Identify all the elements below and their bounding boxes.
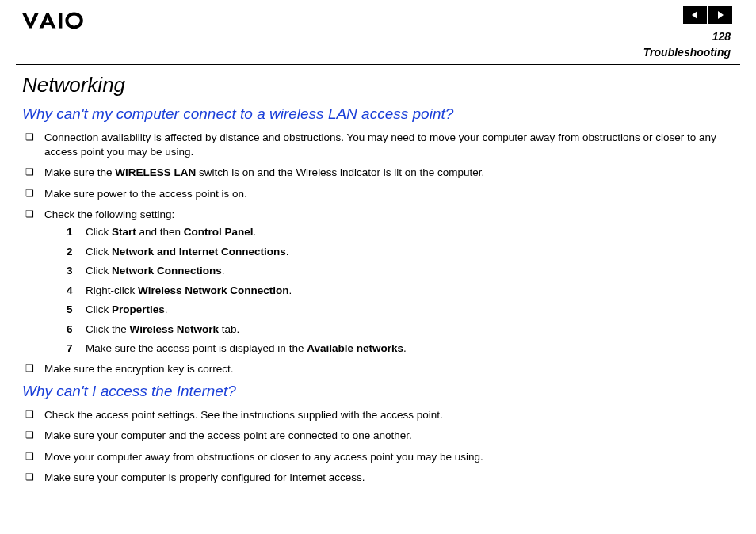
bold-text: Available networks bbox=[307, 342, 403, 354]
vaio-logo bbox=[22, 11, 98, 30]
step-number: 4 bbox=[67, 284, 73, 298]
text: switch is on and the Wireless indicator … bbox=[196, 166, 484, 178]
list-item: Check the following setting: 1Click Star… bbox=[22, 208, 734, 356]
list-item: Connection availability is affected by d… bbox=[22, 131, 734, 159]
text: . bbox=[288, 284, 292, 296]
step-item: 6Click the Wireless Network tab. bbox=[67, 322, 734, 337]
numbered-steps: 1Click Start and then Control Panel. 2Cl… bbox=[67, 225, 734, 356]
bullet-list-q2: Check the access point settings. See the… bbox=[22, 408, 734, 485]
text: . bbox=[403, 342, 407, 354]
bold-text: Network Connections bbox=[112, 265, 222, 277]
text: . bbox=[165, 303, 168, 315]
nav-buttons bbox=[683, 6, 732, 24]
text: Click bbox=[86, 226, 112, 238]
step-item: 3Click Network Connections. bbox=[67, 264, 734, 278]
bold-text: Control Panel bbox=[184, 226, 254, 238]
step-number: 1 bbox=[67, 225, 73, 239]
text: and then bbox=[136, 226, 184, 238]
text: tab. bbox=[219, 323, 239, 335]
text: Click bbox=[86, 265, 112, 277]
page-content: Networking Why can't my computer connect… bbox=[0, 65, 756, 485]
page-number: 128 bbox=[712, 30, 731, 43]
section-name: Troubleshooting bbox=[643, 46, 731, 59]
text: . bbox=[222, 265, 225, 277]
text: Click the bbox=[86, 323, 130, 335]
question-heading-1: Why can't my computer connect to a wirel… bbox=[22, 105, 734, 123]
bold-text: Wireless Network Connection bbox=[138, 284, 288, 296]
step-item: 7Make sure the access point is displayed… bbox=[67, 341, 734, 356]
svg-rect-0 bbox=[59, 13, 62, 28]
text: . bbox=[286, 246, 289, 257]
bold-text: Network and Internet Connections bbox=[112, 246, 286, 257]
page-title: Networking bbox=[22, 73, 734, 97]
text: Make sure the bbox=[44, 166, 115, 178]
step-number: 5 bbox=[67, 303, 73, 317]
step-number: 7 bbox=[67, 341, 73, 356]
text: Check the following setting: bbox=[44, 208, 174, 220]
bold-text: Wireless Network bbox=[130, 323, 219, 335]
text: Click bbox=[86, 246, 112, 257]
list-item: Make sure the encryption key is correct. bbox=[22, 362, 734, 376]
text: . bbox=[254, 226, 257, 238]
step-number: 3 bbox=[67, 264, 73, 278]
list-item: Make sure your computer and the access p… bbox=[22, 429, 734, 443]
text: Right-click bbox=[86, 284, 138, 296]
list-item: Make sure your computer is properly conf… bbox=[22, 471, 734, 485]
step-number: 2 bbox=[67, 245, 73, 259]
list-item: Make sure power to the access point is o… bbox=[22, 187, 734, 201]
question-heading-2: Why can't I access the Internet? bbox=[22, 383, 734, 400]
text: Click bbox=[86, 303, 112, 315]
text: Make sure the access point is displayed … bbox=[86, 342, 307, 354]
bold-text: WIRELESS LAN bbox=[115, 166, 196, 178]
nav-prev-button[interactable] bbox=[683, 6, 707, 24]
bold-text: Properties bbox=[112, 303, 165, 315]
step-item: 5Click Properties. bbox=[67, 303, 734, 317]
bold-text: Start bbox=[112, 226, 136, 238]
step-item: 4Right-click Wireless Network Connection… bbox=[67, 284, 734, 298]
bullet-list-q1: Connection availability is affected by d… bbox=[22, 131, 734, 376]
nav-next-button[interactable] bbox=[708, 6, 732, 24]
step-number: 6 bbox=[67, 322, 73, 337]
page-header: 128 Troubleshooting bbox=[16, 0, 740, 65]
list-item: Make sure the WIRELESS LAN switch is on … bbox=[22, 166, 734, 180]
step-item: 2Click Network and Internet Connections. bbox=[67, 245, 734, 259]
list-item: Move your computer away from obstruction… bbox=[22, 450, 734, 464]
list-item: Check the access point settings. See the… bbox=[22, 408, 734, 422]
step-item: 1Click Start and then Control Panel. bbox=[67, 225, 734, 239]
